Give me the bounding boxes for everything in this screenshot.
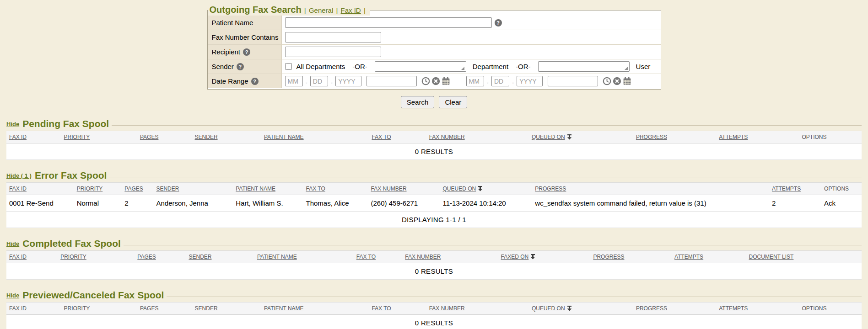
recipient-label-text: Recipient xyxy=(212,48,241,56)
nav-link-fax-id[interactable]: Fax ID xyxy=(341,6,361,14)
clear-button[interactable]: Clear xyxy=(439,96,467,108)
patient-name-input[interactable] xyxy=(285,17,492,28)
column-sort-queued-on[interactable]: QUEUED ON xyxy=(443,186,476,192)
end-day-input[interactable] xyxy=(491,76,509,86)
column-sort-priority[interactable]: PRIORITY xyxy=(77,186,103,192)
column-sort-attempts[interactable]: ATTEMPTS xyxy=(719,134,748,140)
hide-link-previewed[interactable]: Hide xyxy=(6,292,19,299)
column-header-progress: PROGRESS xyxy=(590,251,672,263)
help-icon[interactable]: ? xyxy=(495,19,502,27)
column-sort-sender[interactable]: SENDER xyxy=(189,254,211,260)
clear-date-icon[interactable] xyxy=(431,77,440,85)
start-time-input[interactable] xyxy=(367,76,417,86)
column-sort-progress[interactable]: PROGRESS xyxy=(636,134,667,140)
column-sort-priority[interactable]: PRIORITY xyxy=(60,254,86,260)
column-sort-progress[interactable]: PROGRESS xyxy=(636,305,667,312)
end-time-input[interactable] xyxy=(548,76,598,86)
department-input[interactable] xyxy=(375,61,466,72)
column-sort-faxed-on[interactable]: FAXED ON xyxy=(501,254,529,260)
patient-name-row: Patient Name ? xyxy=(208,16,661,30)
start-date-icons xyxy=(421,77,450,85)
sort-descending-icon xyxy=(567,134,572,140)
all-departments-checkbox[interactable] xyxy=(285,63,292,70)
end-year-input[interactable] xyxy=(517,76,543,86)
column-sort-attempts[interactable]: ATTEMPTS xyxy=(674,254,703,260)
column-header-priority: PRIORITY xyxy=(58,251,135,263)
help-icon[interactable]: ? xyxy=(237,63,244,70)
column-sort-priority[interactable]: PRIORITY xyxy=(64,305,90,312)
column-sort-fax-number[interactable]: FAX NUMBER xyxy=(429,305,465,312)
hide-link-error[interactable]: Hide ( 1 ) xyxy=(6,172,32,179)
column-header-fax-id: FAX ID xyxy=(6,131,61,143)
start-month-input[interactable] xyxy=(285,76,303,86)
clock-icon[interactable] xyxy=(421,77,430,85)
column-header-attempts: ATTEMPTS xyxy=(716,302,799,315)
column-sort-pages[interactable]: PAGES xyxy=(124,186,143,192)
column-sort-fax-number[interactable]: FAX NUMBER xyxy=(405,254,441,260)
column-sort-fax-to[interactable]: FAX TO xyxy=(306,186,325,192)
start-year-input[interactable] xyxy=(335,76,361,86)
user-input[interactable] xyxy=(538,61,630,72)
column-sort-fax-id[interactable]: FAX ID xyxy=(9,254,27,260)
column-sort-pages[interactable]: PAGES xyxy=(137,254,156,260)
column-header-sender: SENDER xyxy=(186,251,254,263)
sort-descending-icon xyxy=(478,186,483,191)
help-icon[interactable]: ? xyxy=(243,48,250,56)
hide-link-completed[interactable]: Hide xyxy=(6,240,19,247)
column-sort-patient-name[interactable]: PATIENT NAME xyxy=(264,134,304,140)
column-sort-sender[interactable]: SENDER xyxy=(195,305,218,312)
table-row: 0001 Re-SendNormal2Anderson, JennaHart, … xyxy=(6,195,862,212)
column-sort-attempts[interactable]: ATTEMPTS xyxy=(719,305,748,312)
completed-fax-table: FAX IDPRIORITYPAGESSENDERPATIENT NAMEFAX… xyxy=(6,250,862,280)
column-sort-patient-name[interactable]: PATIENT NAME xyxy=(257,254,297,260)
clock-icon[interactable] xyxy=(603,77,611,85)
end-month-input[interactable] xyxy=(466,76,484,86)
fax-number-contains-input[interactable] xyxy=(285,32,381,42)
form-legend: Outgoing Fax Search | General | Fax ID | xyxy=(208,5,370,16)
section-divider-line xyxy=(112,125,862,126)
column-sort-pages[interactable]: PAGES xyxy=(140,305,158,312)
column-sort-attempts[interactable]: ATTEMPTS xyxy=(772,186,801,192)
clear-date-icon[interactable] xyxy=(613,77,621,85)
column-sort-sender[interactable]: SENDER xyxy=(156,186,179,192)
table-footer-row: 0 RESULTS xyxy=(6,143,862,160)
column-sort-queued-on[interactable]: QUEUED ON xyxy=(532,305,565,312)
calendar-icon[interactable] xyxy=(442,77,450,85)
column-sort-fax-to[interactable]: FAX TO xyxy=(356,254,376,260)
hide-link-pending[interactable]: Hide xyxy=(6,121,19,127)
column-sort-fax-id[interactable]: FAX ID xyxy=(9,186,27,192)
column-header-attempts: ATTEMPTS xyxy=(769,183,821,195)
search-button[interactable]: Search xyxy=(401,96,435,108)
column-sort-progress[interactable]: PROGRESS xyxy=(535,186,566,192)
column-header-progress: PROGRESS xyxy=(633,131,716,143)
department-input-wrap xyxy=(375,61,466,72)
column-sort-fax-number[interactable]: FAX NUMBER xyxy=(371,186,407,192)
start-day-input[interactable] xyxy=(310,76,328,86)
help-icon[interactable]: ? xyxy=(251,78,259,85)
column-sort-fax-number[interactable]: FAX NUMBER xyxy=(429,134,465,140)
column-sort-sender[interactable]: SENDER xyxy=(195,134,218,140)
column-sort-progress[interactable]: PROGRESS xyxy=(593,254,624,260)
column-sort-document-list[interactable]: DOCUMENT LIST xyxy=(749,254,794,260)
column-header-pages: PAGES xyxy=(137,131,192,143)
column-sort-patient-name[interactable]: PATIENT NAME xyxy=(236,186,275,192)
column-sort-fax-to[interactable]: FAX TO xyxy=(372,305,391,312)
column-sort-priority[interactable]: PRIORITY xyxy=(64,134,90,140)
section-divider-line xyxy=(167,297,862,297)
column-sort-fax-id[interactable]: FAX ID xyxy=(9,305,27,312)
user-label: User xyxy=(636,63,651,70)
recipient-input[interactable] xyxy=(285,47,381,57)
nav-link-general[interactable]: General xyxy=(309,6,333,14)
column-sort-fax-id[interactable]: FAX ID xyxy=(9,134,27,140)
column-header-fax-id: FAX ID xyxy=(6,251,58,263)
option-action-ack[interactable]: Ack xyxy=(824,199,836,207)
column-sort-patient-name[interactable]: PATIENT NAME xyxy=(264,305,304,312)
column-sort-pages[interactable]: PAGES xyxy=(140,134,158,140)
table-footer-text: 0 RESULTS xyxy=(6,143,862,160)
column-sort-queued-on[interactable]: QUEUED ON xyxy=(532,134,565,140)
column-header-progress: PROGRESS xyxy=(633,302,716,315)
column-sort-fax-to[interactable]: FAX TO xyxy=(372,134,391,140)
date-range-row: Date Range ? - - – - - xyxy=(208,74,661,88)
calendar-icon[interactable] xyxy=(623,77,631,85)
patient-name-label-text: Patient Name xyxy=(212,19,253,27)
